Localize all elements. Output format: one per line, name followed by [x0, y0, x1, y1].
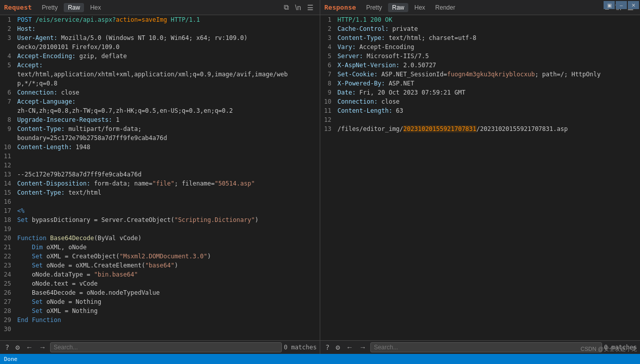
- request-title: Request: [4, 4, 32, 11]
- search-next-btn[interactable]: →: [37, 342, 48, 352]
- tab-render-response[interactable]: Render: [431, 3, 459, 12]
- table-row: 19: [0, 224, 320, 234]
- search-prev-response-btn[interactable]: ←: [344, 342, 355, 352]
- table-row: 21 Dim oXML, oNode: [0, 243, 320, 252]
- table-row: 24 oNode.dataType = "bin.base64": [0, 270, 320, 279]
- table-row: 4 Accept-Encoding: gzip, deflate: [0, 52, 320, 61]
- table-row: 3 User-Agent: Mozilla/5.0 (Windows NT 10…: [0, 33, 320, 42]
- response-matches-label: 0 matches: [604, 344, 637, 351]
- tab-raw-response[interactable]: Raw: [388, 3, 408, 12]
- window-minimize-btn[interactable]: –: [616, 1, 627, 9]
- table-row: text/html,application/xhtml+xml,applicat…: [0, 70, 320, 79]
- table-row: 11: [0, 152, 320, 161]
- search-prev-btn[interactable]: ←: [24, 342, 35, 352]
- response-code-area[interactable]: 1 HTTP/1.1 200 OK 2 Cache-Control: priva…: [320, 15, 640, 340]
- request-code-area[interactable]: 1 POST /eis/service/api.aspx?action=save…: [0, 15, 320, 340]
- search-help-icon[interactable]: ?: [3, 342, 11, 352]
- table-row: 13 --25c172e79b2758a7d7ff9fe9cab4a76d: [0, 170, 320, 179]
- table-row: 20 Function Base64Decode(ByVal vCode): [0, 234, 320, 243]
- table-row: 26 Base64Decode = oNode.nodeTypedValue: [0, 288, 320, 297]
- table-row: 9 Date: Fri, 20 Oct 2023 07:59:21 GMT: [320, 88, 640, 97]
- table-row: 28 Set oXML = Nothing: [0, 306, 320, 315]
- search-next-response-btn[interactable]: →: [357, 342, 368, 352]
- table-row: 1 HTTP/1.1 200 OK: [320, 15, 640, 24]
- table-row: 12: [0, 161, 320, 170]
- table-row: 13 /files/editor_img/2023102015592170783…: [320, 124, 640, 133]
- table-row: 25 oNode.text = vCode: [0, 279, 320, 288]
- table-row: 1 POST /eis/service/api.aspx?action=save…: [0, 15, 320, 24]
- table-row: 10 Connection: close: [320, 97, 640, 106]
- table-row: 30: [0, 325, 320, 334]
- status-text: Done: [4, 356, 18, 362]
- tab-raw-request[interactable]: Raw: [64, 3, 84, 12]
- window-close-btn[interactable]: ✕: [628, 1, 639, 9]
- table-row: 3 Content-Type: text/html; charset=utf-8: [320, 33, 640, 42]
- request-search-bar: ? ⚙ ← → 0 matches: [0, 340, 320, 354]
- table-row: 23 Set oNode = oXML.CreateElement("base6…: [0, 261, 320, 270]
- table-row: boundary=25c172e79b2758a7d7ff9fe9cab4a76…: [0, 133, 320, 143]
- more-icon[interactable]: ☰: [305, 3, 316, 13]
- response-title: Response: [324, 4, 356, 11]
- table-row: 11 Content-Length: 63: [320, 106, 640, 115]
- table-row: 22 Set oXML = CreateObject("Msxml2.DOMDo…: [0, 252, 320, 261]
- search-settings-response-icon[interactable]: ⚙: [333, 342, 342, 352]
- table-row: 6 X-AspNet-Version: 2.0.50727: [320, 61, 640, 70]
- table-row: zh-CN,zh;q=0.8,zh-TW;q=0.7,zh-HK;q=0.5,e…: [0, 106, 320, 115]
- table-row: 15 Content-Type: text/html: [0, 188, 320, 197]
- search-settings-icon[interactable]: ⚙: [13, 342, 21, 352]
- window-tile-btn[interactable]: ▣: [604, 1, 615, 9]
- table-row: 14 Content-Disposition: form-data; name=…: [0, 179, 320, 188]
- table-row: Gecko/20100101 Firefox/109.0: [0, 42, 320, 52]
- table-row: 5 Accept:: [0, 61, 320, 70]
- table-row: 8 Upgrade-Insecure-Requests: 1: [0, 115, 320, 124]
- table-row: 7 Accept-Language:: [0, 97, 320, 106]
- response-header: Response Pretty Raw Hex Render ⧉ \n ☰: [320, 0, 640, 15]
- table-row: 6 Connection: close: [0, 88, 320, 97]
- response-search-input[interactable]: [370, 342, 602, 352]
- table-row: 7 Set-Cookie: ASP.NET_SessionId=fuogn4m3…: [320, 70, 640, 79]
- response-panel: Response Pretty Raw Hex Render ⧉ \n ☰ 1 …: [320, 0, 640, 354]
- table-row: 10 Content-Length: 1948: [0, 143, 320, 152]
- table-row: 5 Server: Microsoft-IIS/7.5: [320, 52, 640, 61]
- table-row: 9 Content-Type: multipart/form-data;: [0, 124, 320, 133]
- table-row: 27 Set oNode = Nothing: [0, 297, 320, 306]
- table-row: p,*/*;q=0.8: [0, 79, 320, 88]
- request-search-input[interactable]: [50, 342, 282, 352]
- tab-pretty-response[interactable]: Pretty: [362, 3, 386, 12]
- tab-hex-response[interactable]: Hex: [410, 3, 429, 12]
- tab-hex-request[interactable]: Hex: [86, 3, 105, 12]
- table-row: 16: [0, 197, 320, 206]
- copy-icon[interactable]: ⧉: [282, 2, 291, 13]
- response-search-bar: ? ⚙ ← → 0 matches: [320, 340, 640, 354]
- wrap-icon[interactable]: \n: [293, 3, 303, 13]
- table-row: 29 End Function: [0, 315, 320, 325]
- table-row: 18 Set bypassDictionary = Server.CreateO…: [0, 215, 320, 224]
- request-matches-label: 0 matches: [284, 344, 317, 351]
- table-row: 12: [320, 115, 640, 124]
- table-row: 8 X-Powered-By: ASP.NET: [320, 79, 640, 88]
- table-row: 4 Vary: Accept-Encoding: [320, 42, 640, 52]
- table-row: 17 <%: [0, 206, 320, 215]
- table-row: 2 Cache-Control: private: [320, 24, 640, 33]
- table-row: 2 Host:: [0, 24, 320, 33]
- status-bar: Done: [0, 354, 640, 364]
- tab-pretty-request[interactable]: Pretty: [38, 3, 62, 12]
- window-controls[interactable]: ▣ – ✕: [604, 1, 639, 9]
- request-header: Request Pretty Raw Hex ⧉ \n ☰: [0, 0, 320, 15]
- search-help-response-icon[interactable]: ?: [323, 342, 331, 352]
- request-panel: Request Pretty Raw Hex ⧉ \n ☰ 1 POST /ei…: [0, 0, 320, 354]
